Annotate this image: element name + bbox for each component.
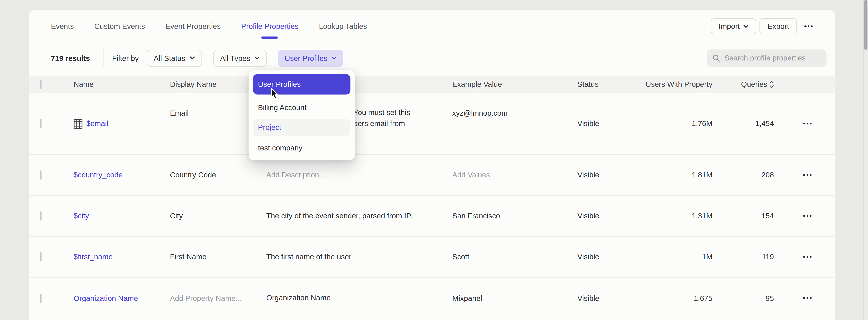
- table-row: Organization Name Add Property Name... O…: [29, 278, 836, 319]
- description-cell[interactable]: Add Description...: [266, 170, 452, 180]
- search-icon: [713, 54, 720, 62]
- users-with-property-cell: 1.76M: [640, 119, 713, 128]
- users-with-property-cell: 1M: [640, 253, 713, 261]
- import-label: Import: [719, 22, 740, 30]
- table-row: $first_name First Name The first name of…: [29, 237, 836, 278]
- description-cell[interactable]: The first name of the user.: [266, 251, 452, 262]
- queries-header-label: Queries: [741, 80, 767, 88]
- scrollbar-thumb[interactable]: [864, 0, 867, 50]
- column-header-name: Name: [74, 80, 170, 88]
- tab-profile-properties[interactable]: Profile Properties: [241, 22, 299, 31]
- display-name-cell[interactable]: City: [170, 212, 266, 220]
- status-filter-label: All Status: [154, 54, 185, 62]
- status-cell[interactable]: Visible: [578, 171, 640, 179]
- tab-custom-events[interactable]: Custom Events: [94, 22, 145, 31]
- profile-type-filter-dropdown[interactable]: User Profiles: [278, 49, 343, 67]
- display-name-cell[interactable]: Country Code: [170, 171, 266, 179]
- status-cell[interactable]: Visible: [578, 212, 640, 220]
- chevron-down-icon: [255, 57, 259, 60]
- row-checkbox[interactable]: [40, 293, 41, 303]
- filter-bar: 719 results Filter by All Status All Typ…: [29, 47, 836, 69]
- status-cell[interactable]: Visible: [578, 119, 640, 128]
- example-value-cell[interactable]: Scott: [452, 253, 578, 261]
- tabs-bar: Events Custom Events Event Properties Pr…: [29, 10, 836, 47]
- row-checkbox[interactable]: [40, 252, 41, 261]
- row-kebab-menu-icon[interactable]: [800, 116, 815, 131]
- users-with-property-cell: 1,675: [640, 294, 713, 302]
- filter-by-label: Filter by: [112, 54, 139, 62]
- menu-item-test-company[interactable]: test company: [253, 139, 350, 156]
- menu-item-project[interactable]: Project: [253, 119, 350, 136]
- queries-cell: 119: [713, 253, 779, 261]
- queries-cell: 95: [713, 294, 779, 302]
- example-value-cell[interactable]: xyz@lmnop.com: [452, 108, 578, 119]
- profile-type-filter-label: User Profiles: [285, 54, 328, 62]
- column-header-status: Status: [578, 80, 640, 88]
- display-name-cell[interactable]: Add Property Name...: [170, 294, 266, 302]
- select-all-checkbox[interactable]: [40, 79, 41, 89]
- import-button[interactable]: Import: [711, 18, 756, 34]
- sort-icon: [769, 81, 774, 88]
- table-row: $email Email The user's email address. Y…: [29, 93, 836, 155]
- row-checkbox[interactable]: [40, 211, 41, 220]
- cursor-icon: [271, 88, 279, 100]
- row-kebab-menu-icon[interactable]: [800, 249, 815, 264]
- description-cell[interactable]: The city of the event sender, parsed fro…: [266, 211, 452, 221]
- page: Events Custom Events Event Properties Pr…: [0, 0, 868, 320]
- scrollbar-track: [863, 0, 868, 320]
- results-count: 719 results: [51, 54, 90, 62]
- row-checkbox[interactable]: [40, 119, 41, 128]
- table-grid-icon: [74, 119, 83, 129]
- example-value-cell[interactable]: Add Values...: [452, 171, 578, 179]
- divider: [103, 48, 104, 68]
- display-name-cell[interactable]: First Name: [170, 253, 266, 261]
- tab-events[interactable]: Events: [51, 22, 74, 31]
- property-name-link[interactable]: Organization Name: [74, 294, 138, 302]
- toolbar: Import Export: [711, 18, 817, 34]
- property-name-link[interactable]: $email: [87, 119, 108, 128]
- users-with-property-cell: 1.81M: [640, 171, 713, 179]
- example-value-cell[interactable]: Mixpanel: [452, 294, 578, 302]
- row-kebab-menu-icon[interactable]: [800, 290, 815, 306]
- profile-type-dropdown-menu: User Profiles Billing Account Project te…: [249, 70, 355, 160]
- chevron-down-icon: [332, 57, 337, 60]
- chevron-down-icon: [744, 25, 749, 28]
- users-with-property-cell: 1.31M: [640, 212, 713, 220]
- tab-lookup-tables[interactable]: Lookup Tables: [319, 22, 367, 31]
- property-name-link[interactable]: $city: [74, 212, 89, 220]
- type-filter-label: All Types: [220, 54, 250, 62]
- search-box: [707, 49, 827, 67]
- example-value-cell[interactable]: San Francisco: [452, 212, 578, 220]
- table-row: $city City The city of the event sender,…: [29, 195, 836, 237]
- table-row: $country_code Country Code Add Descripti…: [29, 155, 836, 196]
- column-header-example-value: Example Value: [452, 80, 578, 88]
- column-header-users-with-property: Users With Property: [640, 80, 713, 88]
- menu-item-billing-account[interactable]: Billing Account: [253, 99, 350, 115]
- row-kebab-menu-icon[interactable]: [800, 208, 815, 224]
- row-checkbox[interactable]: [40, 170, 41, 180]
- tab-event-properties[interactable]: Event Properties: [165, 22, 221, 31]
- menu-item-user-profiles[interactable]: User Profiles: [253, 74, 350, 95]
- queries-cell: 154: [713, 212, 779, 220]
- property-name-link[interactable]: $first_name: [74, 253, 113, 261]
- export-button[interactable]: Export: [760, 18, 797, 34]
- search-input[interactable]: [724, 54, 821, 62]
- chevron-down-icon: [190, 57, 194, 60]
- table-header: Name Display Name Description Example Va…: [29, 76, 836, 93]
- status-filter-dropdown[interactable]: All Status: [146, 49, 202, 67]
- queries-cell: 208: [713, 171, 779, 179]
- queries-cell: 1,454: [713, 119, 779, 128]
- properties-panel: Events Custom Events Event Properties Pr…: [29, 10, 836, 320]
- column-header-queries[interactable]: Queries: [713, 80, 779, 88]
- description-cell[interactable]: Organization Name: [266, 293, 452, 304]
- status-cell[interactable]: Visible: [578, 253, 640, 261]
- export-label: Export: [768, 22, 789, 30]
- row-kebab-menu-icon[interactable]: [800, 167, 815, 183]
- type-filter-dropdown[interactable]: All Types: [213, 49, 267, 67]
- kebab-menu-icon: [804, 26, 812, 27]
- status-cell[interactable]: Visible: [578, 294, 640, 302]
- overflow-menu-button[interactable]: [800, 18, 817, 34]
- property-name-link[interactable]: $country_code: [74, 171, 123, 179]
